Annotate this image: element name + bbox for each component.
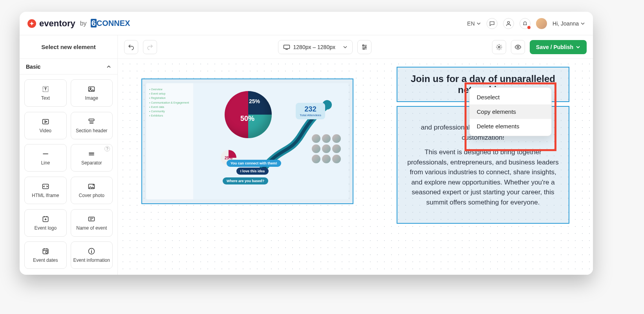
element-label: Event logo xyxy=(34,225,57,231)
svg-rect-5 xyxy=(89,119,94,120)
element-card-line[interactable]: Line xyxy=(24,144,67,172)
element-label: Cover photo xyxy=(79,193,104,198)
context-menu-item-delete-elements[interactable]: Delete elements xyxy=(470,119,551,133)
sliders-icon xyxy=(361,44,368,51)
text-icon xyxy=(42,85,49,93)
stat-card: 232 Total Attendees xyxy=(296,103,325,119)
svg-rect-4 xyxy=(42,119,48,124)
sidebar: Select new element Basic TextImageVideoS… xyxy=(20,35,118,275)
breakpoint-select[interactable]: 1280px – 1280px xyxy=(278,40,353,54)
svg-rect-13 xyxy=(284,45,289,48)
context-menu: DeselectCopy elementsDelete elements xyxy=(469,87,552,136)
canvas-toolbar: 1280px – 1280px Save / Publish xyxy=(118,35,593,59)
avatar[interactable] xyxy=(536,18,547,29)
user-menu[interactable]: Hi, Joanna xyxy=(553,20,585,27)
brand-by: by xyxy=(80,20,87,27)
svg-point-17 xyxy=(498,46,500,48)
element-label: Event dates xyxy=(33,257,58,263)
greeting-text: Hi, Joanna xyxy=(553,20,579,27)
element-card-iframe[interactable]: HTML Iframe xyxy=(24,177,67,204)
chat-bubble-icon: Where are you based? xyxy=(223,177,268,184)
star-icon: ✦ xyxy=(27,19,36,28)
image-icon xyxy=(88,85,95,93)
canvas-area: 1280px – 1280px Save / Publish xyxy=(118,35,593,275)
svg-point-14 xyxy=(362,45,364,46)
element-card-name[interactable]: Name of event xyxy=(71,209,113,237)
element-card-cover[interactable]: Cover photo xyxy=(71,177,113,204)
pie-seg2: 50% xyxy=(240,115,254,123)
undo-button[interactable] xyxy=(124,40,138,54)
gear-icon xyxy=(496,44,503,51)
dashboard-illustration: • Overview• Event setup• Registration• C… xyxy=(146,83,349,199)
element-label: HTML Iframe xyxy=(32,193,59,198)
language-label: EN xyxy=(467,20,475,27)
svg-point-0 xyxy=(507,21,509,23)
redo-icon xyxy=(146,44,154,51)
topbar-right: EN Hi, Joanna xyxy=(467,18,585,29)
element-label: Name of event xyxy=(76,225,107,231)
canvas[interactable]: • Overview• Event setup• Registration• C… xyxy=(118,59,593,275)
separator-icon xyxy=(88,150,95,158)
avatar-cluster xyxy=(312,134,341,163)
svg-point-18 xyxy=(517,46,519,48)
element-card-logo[interactable]: Event logo xyxy=(24,209,67,237)
name-icon xyxy=(88,215,95,223)
help-icon[interactable]: ? xyxy=(104,146,110,152)
element-label: Section header xyxy=(76,128,108,133)
redo-button[interactable] xyxy=(143,40,157,54)
element-card-text[interactable]: Text xyxy=(24,79,67,107)
topbar: ✦ eventory by 6CONNEX EN Hi, Joanna xyxy=(20,12,593,35)
section-icon xyxy=(88,118,95,126)
sidebar-section-basic[interactable]: Basic xyxy=(20,59,117,75)
svg-point-3 xyxy=(90,88,91,89)
element-card-info[interactable]: Event information xyxy=(71,241,113,269)
iframe-icon xyxy=(42,183,49,190)
chevron-down-icon xyxy=(580,21,585,26)
svg-point-16 xyxy=(363,48,364,49)
chevron-down-icon xyxy=(476,21,481,26)
bell-icon[interactable] xyxy=(520,18,531,29)
chat-bubble-icon: You can connect with them! xyxy=(227,160,281,167)
undo-icon xyxy=(128,44,135,51)
app-window: ✦ eventory by 6CONNEX EN Hi, Joanna xyxy=(20,12,593,275)
brand-name: eventory xyxy=(39,18,75,29)
element-label: Text xyxy=(41,95,50,101)
context-menu-item-deselect[interactable]: Deselect xyxy=(470,90,551,104)
element-card-video[interactable]: Video xyxy=(24,112,67,139)
preview-button[interactable] xyxy=(511,40,525,54)
breakpoint-label: 1280px – 1280px xyxy=(293,44,335,50)
save-publish-button[interactable]: Save / Publish xyxy=(530,40,587,54)
chevron-down-icon xyxy=(576,45,580,49)
video-icon xyxy=(42,118,49,126)
eye-icon xyxy=(514,44,521,51)
svg-rect-9 xyxy=(89,217,95,221)
element-label: Separator xyxy=(81,160,102,166)
dates-icon xyxy=(42,247,49,255)
settings-button[interactable] xyxy=(492,40,506,54)
context-menu-item-copy-elements[interactable]: Copy elements xyxy=(470,104,551,119)
element-card-image[interactable]: Image xyxy=(71,79,113,107)
svg-point-11 xyxy=(46,251,48,253)
chat-bubble-icon: I love this idea xyxy=(236,168,269,175)
chevron-down-icon xyxy=(343,45,348,49)
info-icon xyxy=(88,247,95,255)
element-card-dates[interactable]: Event dates xyxy=(24,241,67,269)
chat-icon[interactable] xyxy=(487,18,498,29)
logo-icon xyxy=(42,215,49,223)
language-selector[interactable]: EN xyxy=(467,20,481,27)
filters-button[interactable] xyxy=(357,40,371,54)
main: Select new element Basic TextImageVideoS… xyxy=(20,35,593,275)
brand-partner: 6CONNEX xyxy=(91,19,130,28)
selected-image-block[interactable]: • Overview• Event setup• Registration• C… xyxy=(141,78,353,204)
element-card-separator[interactable]: ?Separator xyxy=(71,144,113,172)
brand-logo[interactable]: ✦ eventory by 6CONNEX xyxy=(27,18,130,29)
element-label: Event information xyxy=(73,257,110,263)
user-icon[interactable] xyxy=(503,18,514,29)
body-text: This event is designed to bring together… xyxy=(404,147,562,207)
cover-icon xyxy=(88,183,95,190)
element-label: Video xyxy=(40,128,51,133)
chevron-up-icon xyxy=(106,64,111,69)
save-label: Save / Publish xyxy=(536,44,573,50)
element-card-section[interactable]: Section header xyxy=(71,112,113,139)
desktop-icon xyxy=(283,44,290,50)
